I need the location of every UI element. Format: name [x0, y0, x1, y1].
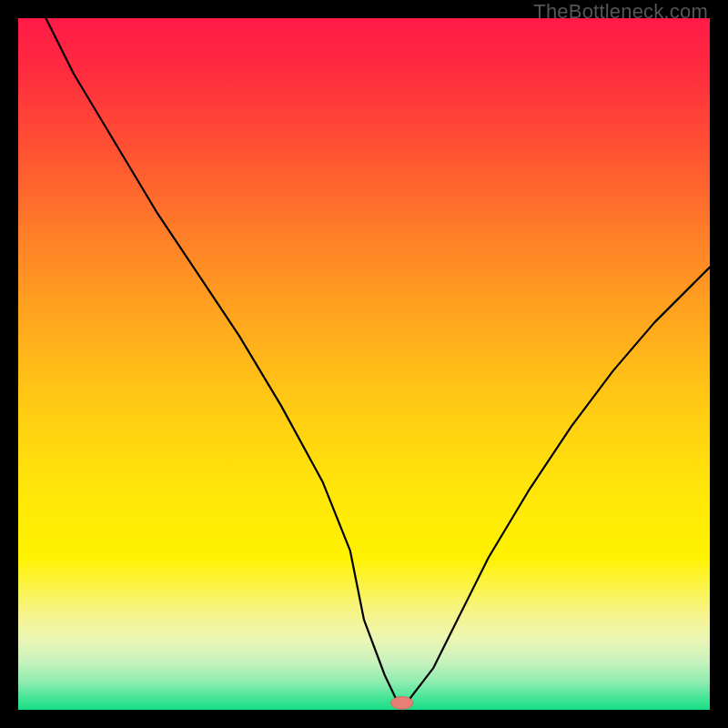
chart-frame: TheBottleneck.com	[0, 0, 728, 728]
chart-svg	[18, 18, 710, 710]
watermark-text: TheBottleneck.com	[533, 0, 708, 24]
plot-area	[18, 18, 710, 710]
min-point-marker	[391, 697, 413, 710]
gradient-background	[18, 18, 710, 710]
